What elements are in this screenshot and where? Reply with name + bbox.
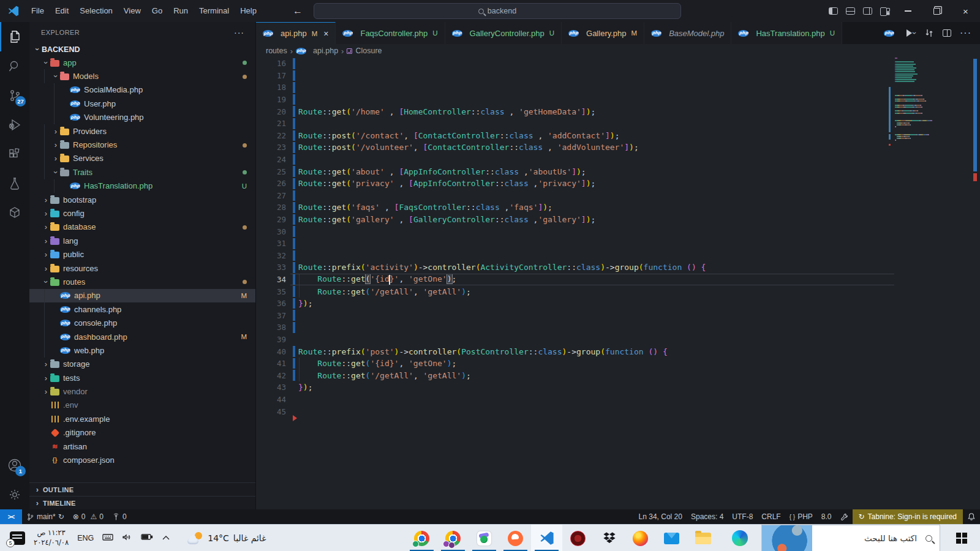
tree-item-models[interactable]: ›Models (29, 69, 255, 83)
run-file-button[interactable]: › (907, 29, 916, 37)
tree-item-web.php[interactable]: phpweb.php (29, 343, 255, 357)
tabnine-status[interactable]: ↻ Tabnine: Sign-in is required (853, 509, 963, 524)
tree-item-socialmedia.php[interactable]: phpSocialMedia.php (29, 83, 255, 97)
language-mode[interactable]: { }PHP (785, 509, 817, 524)
redapp-icon[interactable] (562, 525, 594, 551)
code-line-44[interactable]: 44 (256, 394, 980, 406)
php-version[interactable]: 8.0 (817, 509, 836, 524)
code-line-21[interactable]: 21 (256, 118, 980, 130)
battery-icon[interactable] (141, 533, 153, 544)
code-line-26[interactable]: 26Route::get('privacy' , [AppInfoControl… (256, 178, 980, 190)
taskbar-search[interactable]: اكتب هنا للبحث (761, 525, 940, 551)
tree-item-user.php[interactable]: phpUser.php (29, 97, 255, 110)
code-line-40[interactable]: 40Route::prefix('post')->controller(Post… (256, 345, 980, 358)
source-control-icon[interactable]: 27 (0, 81, 29, 110)
tree-item-channels.php[interactable]: phpchannels.php (29, 302, 255, 316)
explorer-icon[interactable] (687, 525, 718, 551)
menu-run[interactable]: Run (168, 3, 194, 19)
weather-widget[interactable]: 14°C غائم غالبا (187, 532, 266, 544)
code-line-30[interactable]: 30 (256, 225, 980, 238)
remote-indicator[interactable]: >< (0, 509, 22, 524)
touch-keyboard-icon[interactable] (102, 533, 113, 544)
explorer-icon[interactable] (0, 22, 29, 51)
search-icon[interactable] (0, 51, 29, 81)
code-line-20[interactable]: 20Route::get('/home' , [HomeController::… (256, 105, 980, 118)
menu-edit[interactable]: Edit (50, 3, 74, 19)
tab-faqscontroller.php[interactable]: phpFaqsController.phpU (336, 22, 445, 44)
code-line-24[interactable]: 24 (256, 154, 980, 166)
code-line-25[interactable]: 25Route::get('about' , [AppInfoControlle… (256, 165, 980, 178)
tab-gallery.php[interactable]: phpGallery.phpM (562, 22, 644, 44)
tree-item-tests[interactable]: ›tests (29, 371, 255, 384)
code-line-41[interactable]: 41 Route::get('{id}', 'getOne'); (256, 358, 980, 370)
overview-ruler[interactable] (971, 58, 980, 509)
tree-item-dashboard.php[interactable]: phpdashboard.phpM (29, 330, 255, 343)
start-button[interactable] (956, 533, 967, 544)
code-line-29[interactable]: 29Route::get('gallery' , [GalleryControl… (256, 214, 980, 226)
package-extension-icon[interactable] (0, 198, 29, 228)
tree-item-.gitignore[interactable]: .gitignore (29, 426, 255, 440)
encoding[interactable]: UTF-8 (728, 509, 757, 524)
more-actions-icon[interactable]: ··· (960, 28, 971, 39)
tree-item-services[interactable]: ›Services (29, 152, 255, 165)
menu-file[interactable]: File (26, 3, 50, 19)
settings-gear-icon[interactable] (0, 480, 29, 509)
code-line-39[interactable]: 39 (256, 334, 980, 346)
vscode-icon[interactable] (531, 525, 562, 551)
dropbox-icon[interactable] (594, 525, 625, 551)
tree-item-vendor[interactable]: ›vendor (29, 384, 255, 398)
speaker-icon[interactable] (122, 533, 132, 544)
code-line-36[interactable]: 36}); (256, 298, 980, 310)
outline-section[interactable]: › OUTLINE (29, 482, 255, 496)
command-center-search[interactable]: backend (314, 3, 681, 19)
menu-go[interactable]: Go (146, 3, 168, 19)
tab-basemodel.php[interactable]: phpBaseModel.php (644, 22, 731, 44)
clock[interactable]: ١١:٢٣ ص ٢٠٢٤/٠٦/٠٨ (34, 528, 69, 547)
ports-status[interactable]: 0 (108, 509, 131, 524)
chrome-icon[interactable] (406, 525, 437, 551)
toggle-sidebar-icon[interactable] (829, 7, 838, 15)
tree-item-providers[interactable]: ›Providers (29, 124, 255, 138)
accounts-icon[interactable]: 1 (0, 451, 29, 480)
indentation[interactable]: Spaces: 4 (687, 509, 728, 524)
chrome2-icon[interactable] (437, 525, 469, 551)
breadcrumb-file[interactable]: api.php (313, 47, 338, 55)
code-line-32[interactable]: 32 (256, 250, 980, 262)
split-editor-icon[interactable] (943, 29, 951, 37)
tray-app-icon[interactable]: 5 (10, 531, 25, 545)
timeline-section[interactable]: › TIMELINE (29, 496, 255, 509)
customize-layout-icon[interactable] (880, 7, 889, 15)
problems-status[interactable]: ⊗0 ⚠0 (69, 509, 108, 524)
explorer-actions-icon[interactable]: ··· (234, 22, 244, 43)
tree-item-resources[interactable]: ›resources (29, 261, 255, 275)
tree-item-database[interactable]: ›database (29, 220, 255, 234)
nav-back-icon[interactable]: ← (293, 6, 303, 17)
code-line-17[interactable]: 17 (256, 70, 980, 82)
code-line-45[interactable]: 45 (256, 405, 980, 418)
tab-hastranslation.php[interactable]: phpHasTranslation.phpU (731, 22, 842, 44)
code-line-38[interactable]: 38 (256, 321, 980, 334)
minimap[interactable] (889, 58, 956, 217)
breadcrumb-symbol[interactable]: Closure (355, 47, 382, 55)
menu-selection[interactable]: Selection (74, 3, 118, 19)
run-debug-icon[interactable] (0, 110, 29, 140)
code-line-19[interactable]: 19 (256, 94, 980, 106)
tree-item-.env[interactable]: .env (29, 399, 255, 412)
tree-item-volunteering.php[interactable]: phpVolunteering.php (29, 111, 255, 124)
tree-item-public[interactable]: ›public (29, 247, 255, 261)
tree-item-hastranslation.php[interactable]: phpHasTranslation.phpU (29, 179, 255, 193)
eol-sequence[interactable]: CRLF (757, 509, 785, 524)
tree-item-storage[interactable]: ›storage (29, 358, 255, 371)
wrench-icon[interactable] (836, 509, 853, 524)
compare-changes-icon[interactable] (924, 28, 934, 38)
code-line-16[interactable]: 16 (256, 58, 980, 70)
tree-item-lang[interactable]: ›lang (29, 234, 255, 247)
code-line-27[interactable]: 27 (256, 190, 980, 202)
code-line-31[interactable]: 31 (256, 238, 980, 250)
tree-item-bootstrap[interactable]: ›bootstrap (29, 193, 255, 206)
code-line-34[interactable]: 34 Route::get('{id}', 'getOne'); (256, 274, 980, 286)
tree-item-.env.example[interactable]: .env.example (29, 412, 255, 425)
tab-gallerycontroller.php[interactable]: phpGalleryController.phpU (445, 22, 562, 44)
tray-expand-chevron-icon[interactable] (162, 533, 170, 544)
toggle-panel-icon[interactable] (846, 7, 855, 15)
